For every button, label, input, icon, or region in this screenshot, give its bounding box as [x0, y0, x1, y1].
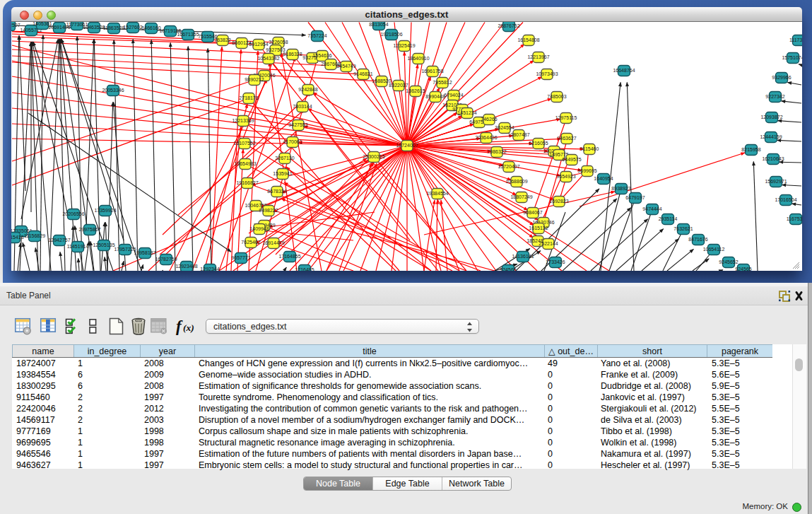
svg-text:9463627: 9463627	[557, 136, 576, 141]
svg-text:12923448: 12923448	[175, 264, 197, 269]
svg-text:(x): (x)	[183, 322, 194, 333]
svg-text:9245652: 9245652	[719, 259, 738, 264]
svg-text:17164855: 17164855	[278, 254, 300, 259]
svg-text:16210643: 16210643	[762, 156, 784, 161]
svg-text:7955812: 7955812	[433, 80, 452, 85]
svg-text:1117342: 1117342	[789, 37, 802, 42]
svg-text:12213967: 12213967	[527, 54, 549, 59]
svg-text:3267130: 3267130	[275, 156, 294, 160]
svg-text:6479197: 6479197	[625, 195, 645, 200]
svg-text:1733426: 1733426	[546, 259, 565, 264]
svg-text:8990448: 8990448	[425, 94, 445, 99]
svg-text:25300215: 25300215	[363, 154, 384, 159]
svg-text:2522144: 2522144	[539, 241, 558, 246]
svg-text:1409948: 1409948	[249, 226, 269, 231]
svg-text:8471676: 8471676	[688, 237, 707, 242]
svg-text:10973493: 10973493	[536, 71, 558, 76]
svg-text:7625402: 7625402	[241, 240, 260, 245]
svg-text:20206556: 20206556	[62, 211, 84, 216]
svg-text:1692823: 1692823	[549, 199, 568, 204]
svg-text:14136141: 14136141	[512, 254, 534, 259]
svg-text:10463528: 10463528	[83, 25, 105, 30]
svg-text:15751074: 15751074	[782, 55, 802, 60]
svg-text:16782759: 16782759	[155, 257, 177, 262]
svg-text:9427552: 9427552	[288, 122, 307, 127]
svg-text:746266: 746266	[481, 117, 497, 122]
svg-text:16961758: 16961758	[421, 69, 443, 74]
svg-text:10543342: 10543342	[257, 56, 279, 61]
svg-text:9084067: 9084067	[523, 210, 542, 215]
svg-text:19166827: 19166827	[236, 180, 258, 185]
svg-text:f: f	[176, 317, 183, 335]
svg-text:16202507: 16202507	[11, 23, 20, 28]
svg-text:16648764: 16648764	[613, 68, 635, 73]
svg-text:6466160: 6466160	[141, 25, 160, 30]
svg-text:20364436: 20364436	[475, 135, 497, 140]
svg-text:2935114: 2935114	[659, 216, 678, 221]
svg-text:3915413: 3915413	[11, 235, 24, 240]
svg-text:6449575: 6449575	[562, 157, 581, 162]
svg-text:12325419: 12325419	[393, 43, 415, 48]
svg-text:1451234: 1451234	[457, 110, 476, 115]
svg-text:9227342: 9227342	[765, 94, 784, 99]
svg-text:11863528: 11863528	[103, 25, 125, 30]
svg-text:19384554: 19384554	[426, 191, 448, 196]
svg-text:3624554: 3624554	[495, 125, 514, 130]
svg-text:9498222: 9498222	[259, 208, 278, 213]
svg-text:9699695: 9699695	[577, 168, 596, 173]
svg-text:8186328: 8186328	[283, 52, 302, 57]
svg-text:6216055: 6216055	[529, 141, 548, 146]
svg-text:20053346: 20053346	[102, 88, 124, 93]
svg-text:18640910: 18640910	[407, 56, 429, 61]
svg-text:9657771: 9657771	[231, 255, 250, 260]
svg-text:8912954: 8912954	[249, 42, 268, 47]
svg-text:8938923: 8938923	[611, 186, 630, 191]
svg-text:924565: 924565	[500, 267, 516, 271]
svg-text:1527602: 1527602	[123, 25, 142, 30]
svg-text:9329966: 9329966	[772, 75, 791, 80]
svg-text:12444159: 12444159	[760, 134, 782, 139]
svg-text:11451914: 11451914	[67, 244, 89, 249]
svg-text:924565: 924565	[735, 267, 751, 271]
svg-text:15692971: 15692971	[765, 179, 787, 184]
svg-text:8813054: 8813054	[369, 22, 388, 27]
svg-text:8322037: 8322037	[389, 83, 408, 88]
svg-text:763822: 763822	[214, 37, 230, 42]
svg-text:10807487: 10807487	[507, 132, 529, 137]
svg-text:16154808: 16154808	[517, 37, 539, 42]
svg-text:9474444: 9474444	[642, 206, 661, 211]
svg-text:1640954: 1640954	[594, 176, 613, 181]
svg-text:17957225: 17957225	[114, 247, 136, 252]
svg-text:9654923: 9654923	[556, 174, 575, 179]
svg-text:8454749: 8454749	[336, 64, 355, 69]
svg-text:1292344: 1292344	[200, 267, 219, 271]
svg-text:1167534: 1167534	[787, 216, 802, 221]
svg-text:15720407: 15720407	[498, 164, 519, 169]
svg-text:16914479: 16914479	[262, 240, 284, 245]
svg-text:3226058: 3226058	[269, 40, 288, 45]
svg-text:12942757: 12942757	[48, 238, 70, 243]
svg-text:7485003: 7485003	[547, 94, 566, 99]
svg-text:17359924: 17359924	[94, 208, 116, 213]
svg-text:7803144: 7803144	[293, 104, 312, 109]
svg-text:19958187: 19958187	[134, 250, 155, 255]
svg-text:7357224: 7357224	[307, 33, 326, 38]
svg-text:4170061: 4170061	[283, 139, 302, 144]
svg-text:1615132: 1615132	[529, 226, 548, 230]
svg-text:11156829: 11156829	[24, 233, 45, 238]
svg-text:29975867: 29975867	[78, 227, 100, 232]
svg-text:18807249: 18807249	[510, 194, 532, 199]
svg-text:12093872: 12093872	[760, 115, 782, 119]
svg-text:1535941: 1535941	[273, 171, 292, 176]
svg-text:17016504: 17016504	[775, 197, 796, 202]
svg-text:12505135: 12505135	[93, 243, 114, 247]
svg-text:7986322: 7986322	[487, 149, 506, 154]
svg-text:12213369: 12213369	[232, 118, 254, 123]
svg-text:8678334: 8678334	[267, 189, 286, 194]
svg-text:1362615: 1362615	[406, 88, 425, 93]
svg-text:10654112: 10654112	[703, 247, 725, 252]
svg-text:26876752: 26876752	[498, 23, 519, 28]
svg-text:19654983: 19654983	[234, 161, 256, 166]
svg-text:16671355: 16671355	[177, 32, 199, 37]
svg-text:8215958: 8215958	[741, 147, 760, 152]
